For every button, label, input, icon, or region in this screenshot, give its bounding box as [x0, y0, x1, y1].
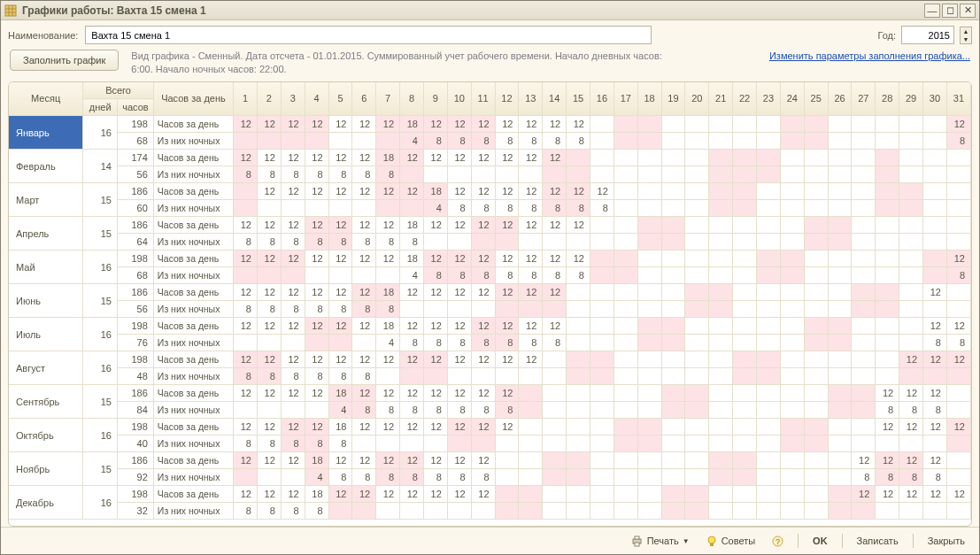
hour-cell[interactable]: 12 — [281, 150, 305, 166]
hour-cell[interactable]: 12 — [352, 284, 376, 301]
hour-cell[interactable]: 12 — [400, 284, 424, 301]
hour-cell[interactable] — [757, 116, 781, 133]
night-cell[interactable]: 8 — [376, 234, 400, 251]
night-cell[interactable] — [352, 436, 376, 452]
night-cell[interactable] — [709, 436, 733, 452]
hour-cell[interactable]: 12 — [423, 116, 447, 133]
night-cell[interactable] — [899, 368, 923, 385]
hour-cell[interactable]: 12 — [543, 217, 567, 234]
night-cell[interactable] — [305, 402, 328, 419]
hour-cell[interactable] — [804, 251, 828, 267]
hour-cell[interactable] — [828, 385, 852, 402]
hour-cell[interactable] — [876, 351, 899, 368]
hour-cell[interactable]: 12 — [946, 486, 970, 503]
hour-cell[interactable]: 12 — [543, 150, 567, 166]
night-cell[interactable] — [567, 436, 590, 452]
hour-cell[interactable]: 12 — [376, 452, 400, 469]
night-cell[interactable]: 8 — [423, 267, 447, 284]
night-cell[interactable] — [613, 200, 637, 217]
hour-cell[interactable]: 12 — [257, 419, 281, 436]
hour-cell[interactable] — [804, 351, 828, 368]
hour-cell[interactable] — [685, 452, 709, 469]
hour-cell[interactable]: 12 — [305, 116, 328, 133]
night-cell[interactable] — [637, 368, 661, 385]
hour-cell[interactable] — [852, 116, 876, 133]
night-cell[interactable] — [376, 267, 400, 284]
night-cell[interactable] — [685, 133, 709, 150]
night-cell[interactable] — [519, 402, 543, 419]
hour-cell[interactable] — [613, 150, 637, 166]
night-cell[interactable]: 8 — [352, 234, 376, 251]
night-cell[interactable] — [685, 402, 709, 419]
night-cell[interactable] — [876, 301, 899, 318]
hour-cell[interactable] — [661, 116, 685, 133]
night-cell[interactable] — [780, 436, 804, 452]
night-cell[interactable]: 8 — [543, 200, 567, 217]
night-cell[interactable] — [709, 469, 733, 486]
hour-cell[interactable] — [685, 183, 709, 200]
hour-cell[interactable]: 12 — [899, 419, 923, 436]
night-cell[interactable] — [637, 402, 661, 419]
night-cell[interactable] — [376, 503, 400, 520]
night-cell[interactable] — [613, 335, 637, 351]
hour-cell[interactable] — [637, 351, 661, 368]
hour-cell[interactable] — [590, 452, 613, 469]
night-cell[interactable] — [899, 166, 923, 183]
hour-cell[interactable]: 12 — [447, 351, 471, 368]
night-cell[interactable] — [899, 267, 923, 284]
hour-cell[interactable] — [876, 217, 899, 234]
night-cell[interactable]: 8 — [876, 469, 899, 486]
table-row[interactable]: Февраль14174Часов за день121212121212181… — [9, 150, 971, 166]
hour-cell[interactable]: 12 — [376, 217, 400, 234]
hour-cell[interactable] — [852, 385, 876, 402]
hour-cell[interactable]: 12 — [447, 486, 471, 503]
night-cell[interactable] — [733, 368, 757, 385]
night-cell[interactable] — [400, 368, 424, 385]
night-cell[interactable] — [804, 267, 828, 284]
night-cell[interactable] — [328, 503, 352, 520]
night-cell[interactable] — [637, 133, 661, 150]
hour-cell[interactable]: 12 — [495, 217, 519, 234]
table-row[interactable]: 84Из них ночных48888888888 — [9, 402, 971, 419]
night-cell[interactable]: 8 — [946, 267, 970, 284]
hour-cell[interactable]: 12 — [447, 183, 471, 200]
hour-cell[interactable]: 12 — [281, 318, 305, 335]
night-cell[interactable]: 8 — [876, 402, 899, 419]
night-cell[interactable] — [804, 166, 828, 183]
month-cell[interactable]: Февраль — [9, 150, 83, 183]
hour-cell[interactable] — [946, 183, 970, 200]
night-cell[interactable] — [946, 234, 970, 251]
hour-cell[interactable] — [852, 251, 876, 267]
table-row[interactable]: Март15186Часов за день121212121212121812… — [9, 183, 971, 200]
night-cell[interactable]: 8 — [376, 402, 400, 419]
close-footer-button[interactable]: Закрыть — [922, 534, 970, 548]
hour-cell[interactable]: 12 — [899, 385, 923, 402]
hour-cell[interactable]: 12 — [328, 318, 352, 335]
night-cell[interactable] — [447, 436, 471, 452]
month-cell[interactable]: Июнь — [9, 284, 83, 318]
hour-cell[interactable] — [709, 318, 733, 335]
night-cell[interactable]: 8 — [567, 267, 590, 284]
hour-cell[interactable]: 12 — [305, 419, 328, 436]
night-cell[interactable]: 8 — [281, 301, 305, 318]
night-cell[interactable] — [780, 301, 804, 318]
hour-cell[interactable] — [780, 419, 804, 436]
print-button[interactable]: Печать ▼ — [626, 533, 695, 549]
hour-cell[interactable] — [637, 486, 661, 503]
hour-cell[interactable] — [613, 251, 637, 267]
night-cell[interactable] — [234, 402, 258, 419]
hour-cell[interactable]: 12 — [447, 284, 471, 301]
hour-cell[interactable] — [899, 116, 923, 133]
hour-cell[interactable] — [757, 385, 781, 402]
night-cell[interactable] — [709, 234, 733, 251]
table-row[interactable]: 32Из них ночных8888 — [9, 503, 971, 520]
hour-cell[interactable] — [780, 183, 804, 200]
night-cell[interactable] — [828, 166, 852, 183]
hour-cell[interactable] — [780, 452, 804, 469]
night-cell[interactable] — [804, 335, 828, 351]
hour-cell[interactable]: 12 — [281, 217, 305, 234]
table-row[interactable]: 68Из них ночных488888888 — [9, 267, 971, 284]
night-cell[interactable] — [495, 503, 519, 520]
night-cell[interactable]: 8 — [423, 133, 447, 150]
hour-cell[interactable] — [923, 116, 947, 133]
